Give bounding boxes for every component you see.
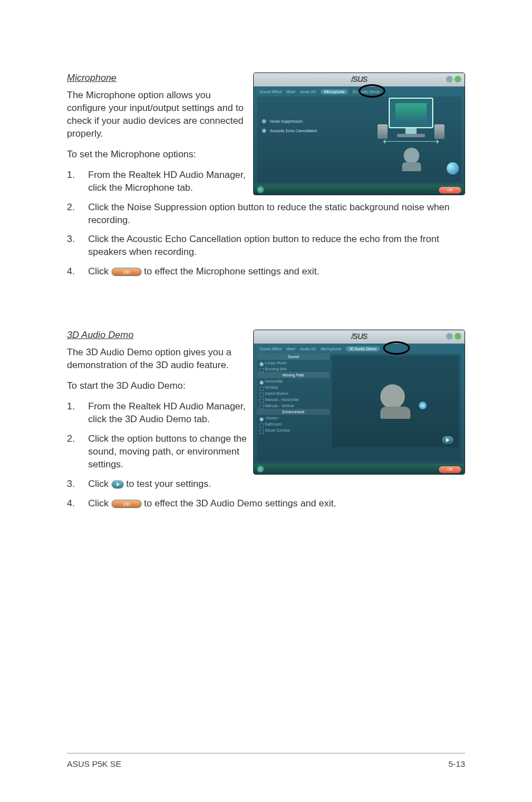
globe-icon <box>447 162 459 175</box>
close-icon <box>454 76 461 83</box>
play-button-icon <box>112 480 124 489</box>
mic-step1: From the Realtek HD Audio Manager, click… <box>88 169 251 195</box>
tab-microphone: Microphone <box>321 89 348 94</box>
text-fragment: to effect the Microphone settings and ex… <box>144 266 319 277</box>
tab-sound-effect: Sound Effect <box>259 347 282 351</box>
brand-logo: /SUS <box>351 332 367 341</box>
footer-right: 5-13 <box>448 759 465 769</box>
step-num: 2. <box>67 201 88 227</box>
text-fragment: Click <box>88 498 112 509</box>
item-loopy: Loopy Music <box>257 360 330 366</box>
text-fragment: Click <box>88 479 112 489</box>
text-fragment: Click <box>88 266 112 277</box>
radio-icon <box>262 119 267 124</box>
minimize-icon <box>446 76 453 83</box>
item-man-h: Manual - Horizontal <box>257 397 330 403</box>
step-num: 3. <box>67 233 88 259</box>
opt-noise-suppression: Noise Suppression <box>270 119 303 123</box>
footer-left: ASUS P5K SE <box>67 759 122 769</box>
item-stone: Stone Corridor <box>257 427 330 433</box>
group-sound: Sound <box>257 354 330 360</box>
group-path: Moving Path <box>257 372 330 378</box>
info-icon: i <box>257 186 264 193</box>
monitor-graphic <box>378 98 444 170</box>
step-num: 2. <box>67 433 88 471</box>
step-num: 4. <box>67 497 88 510</box>
opt-acoustic-echo: Acoustic Echo Cancellation <box>270 129 317 133</box>
demo-intro: The 3D Audio Demo option gives you a dem… <box>67 346 251 372</box>
tab-sound-effect: Sound Effect <box>259 90 282 94</box>
demo-screenshot: /SUS Sound Effect Mixer Audio I/O Microp… <box>253 330 465 475</box>
step-num: 4. <box>67 265 88 278</box>
text-fragment: to effect the 3D Audio Demo settings and… <box>144 498 336 509</box>
radio-icon <box>262 128 267 133</box>
ok-button-icon: OK <box>112 499 142 509</box>
demo-step4: Click OK to effect the 3D Audio Demo set… <box>88 497 465 510</box>
text-fragment: to test your settings. <box>126 479 211 489</box>
svg-text:OK: OK <box>123 269 130 275</box>
tab-audio-io: Audio I/O <box>300 90 316 94</box>
mic-screenshot: /SUS Sound Effect Mixer Audio I/O Microp… <box>253 73 465 195</box>
brand-logo: /SUS <box>351 75 367 84</box>
tab-3d-demo: 3D Audio Demo <box>346 346 380 351</box>
demo-step1: From the Realtek HD Audio Manager, click… <box>88 400 251 426</box>
head-graphic <box>380 384 410 419</box>
item-vertical: Vertical <box>257 384 330 390</box>
mic-step4: Click OK to effect the Microphone settin… <box>88 265 465 278</box>
ok-button-icon: OK <box>112 267 142 277</box>
mic-step2: Click the Noise Suppression option butto… <box>88 201 465 227</box>
demo-step2: Click the option buttons to change the s… <box>88 433 251 471</box>
group-env: Environment <box>257 409 330 415</box>
tab-microphone: Microphone <box>321 347 341 351</box>
mic-step3: Click the Acoustic Echo Cancellation opt… <box>88 233 465 259</box>
step-num: 3. <box>67 478 88 491</box>
demo-tostart: To start the 3D Audio Demo: <box>67 380 251 393</box>
callout-circle <box>359 84 385 98</box>
item-insect: Insect Motion <box>257 390 330 397</box>
orbit-ball-icon <box>419 402 427 409</box>
minimize-icon <box>446 333 453 340</box>
svg-text:OK: OK <box>123 501 130 507</box>
step-num: 1. <box>67 400 88 426</box>
tab-audio-io: Audio I/O <box>300 347 316 351</box>
info-icon: i <box>257 466 264 472</box>
item-none: <None> <box>257 415 330 421</box>
tab-mixer: Mixer <box>286 347 296 351</box>
demo-step3: Click to test your settings. <box>88 478 465 491</box>
mic-intro: The Microphone option allows you configu… <box>67 89 251 141</box>
ok-button: OK <box>439 466 461 473</box>
tab-mixer: Mixer <box>286 90 296 94</box>
item-man-v: Manual - Vertical <box>257 403 330 409</box>
mic-toset: To set the Microphone options: <box>67 148 251 161</box>
close-icon <box>454 333 461 340</box>
step-num: 1. <box>67 169 88 195</box>
ok-button: OK <box>439 187 461 194</box>
item-horizontal: Horizontal <box>257 378 330 384</box>
play-icon <box>442 436 453 444</box>
item-bathroom: Bathroom <box>257 421 330 427</box>
item-buzz: Buzzing Bee <box>257 366 330 372</box>
